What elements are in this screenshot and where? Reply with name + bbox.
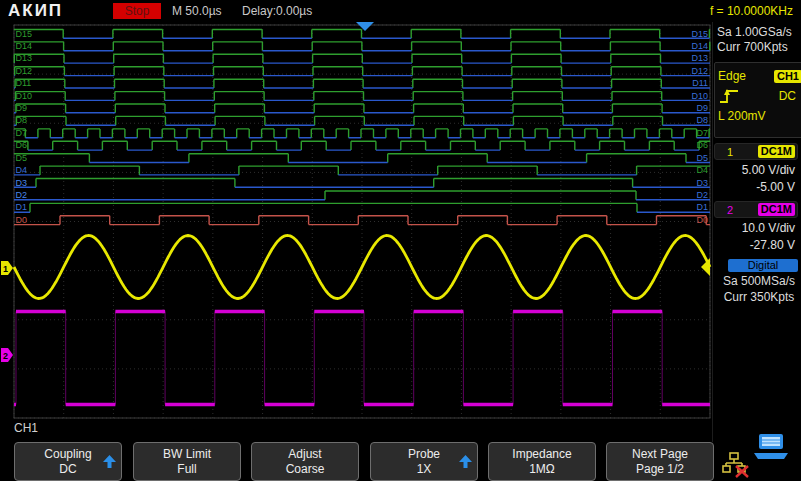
digital-label-left-D11: D11	[16, 78, 32, 88]
selector-arrow-icon	[103, 455, 116, 469]
channel2-panel[interactable]: 2 DC1M 10.0 V/div -27.80 V	[714, 201, 798, 255]
digital-label-right-D7: D7	[696, 128, 708, 138]
channel1-number: 1	[717, 146, 743, 158]
digital-trace-high-D15	[14, 30, 710, 39]
digital-memory-depth: Curr 350Kpts	[714, 290, 798, 304]
digital-trace-high-D11	[15, 79, 661, 88]
digital-trace-high-D9	[16, 104, 662, 113]
timebase-readout: M 50.0µs	[172, 4, 222, 18]
rising-edge-icon	[718, 87, 740, 105]
menu-button-title: BW Limit	[163, 447, 211, 462]
remote-pc-icon[interactable]	[748, 434, 792, 462]
digital-label-right-D13: D13	[691, 53, 708, 63]
digital-title: Digital	[728, 259, 798, 272]
ch1-position-marker-label: 1	[3, 264, 8, 274]
digital-label-right-D11: D11	[692, 78, 708, 88]
analog-sample-rate: Sa 1.00GSa/s	[717, 25, 801, 40]
trigger-level: L 200mV	[718, 109, 766, 123]
digital-label-right-D4: D4	[696, 165, 708, 175]
menu-button-title: Coupling	[44, 447, 91, 462]
digital-label-left-D6: D6	[16, 140, 28, 150]
analog-memory-depth: Curr 700Kpts	[717, 40, 801, 55]
digital-label-right-D5: D5	[696, 153, 708, 163]
channel1-panel[interactable]: 1 DC1M 5.00 V/div -5.00 V	[714, 143, 798, 197]
digital-label-left-D14: D14	[16, 41, 33, 51]
menu-button-adjust[interactable]: AdjustCoarse	[251, 442, 359, 481]
channel1-coupling-badge: DC1M	[758, 145, 795, 158]
digital-label-left-D5: D5	[16, 153, 28, 163]
digital-label-left-D4: D4	[16, 165, 28, 175]
digital-label-left-D12: D12	[16, 66, 33, 76]
digital-label-right-D15: D15	[691, 29, 708, 39]
channel2-header: 2 DC1M	[714, 201, 798, 218]
menu-button-title: Adjust	[288, 447, 321, 462]
digital-label-left-D10: D10	[16, 91, 33, 101]
digital-label-right-D6: D6	[696, 140, 708, 150]
menu-button-next-page[interactable]: Next PagePage 1/2	[606, 442, 714, 481]
menu-button-value: Coarse	[286, 462, 325, 477]
digital-label-right-D12: D12	[691, 66, 708, 76]
digital-label-left-D1: D1	[16, 202, 28, 212]
digital-label-right-D3: D3	[696, 178, 708, 188]
channel1-header: 1 DC1M	[714, 143, 798, 160]
digital-sample-rate: Sa 500MSa/s	[714, 274, 798, 288]
digital-trace-high-D5	[14, 154, 686, 163]
channel2-number: 2	[717, 204, 743, 216]
digital-label-left-D13: D13	[16, 53, 33, 63]
menu-button-value: Page 1/2	[636, 462, 684, 477]
digital-trace-high-D13	[14, 54, 660, 63]
menu-button-bw-limit[interactable]: BW LimitFull	[133, 442, 241, 481]
trigger-coupling: DC	[779, 89, 801, 103]
menu-button-value: 1X	[417, 462, 432, 477]
frequency-counter: f = 10.0000KHz	[710, 4, 793, 18]
digital-label-left-D2: D2	[16, 190, 28, 200]
trigger-mode: Edge	[718, 69, 746, 83]
digital-label-left-D9: D9	[16, 103, 28, 113]
digital-label-left-D8: D8	[16, 115, 28, 125]
digital-trace-high-D12	[15, 67, 661, 76]
channel2-coupling-badge: DC1M	[758, 203, 795, 216]
digital-label-left-D7: D7	[16, 128, 28, 138]
menu-button-title: Probe	[408, 447, 440, 462]
digital-panel[interactable]: Digital Sa 500MSa/s Curr 350Kpts	[714, 259, 798, 315]
run-state-badge[interactable]: Stop	[113, 3, 161, 19]
brand-logo: АКИП	[8, 1, 63, 21]
delay-readout: Delay:0.00µs	[242, 4, 312, 18]
menu-button-value: 1MΩ	[529, 462, 555, 477]
menu-button-coupling[interactable]: CouplingDC	[14, 442, 122, 481]
top-status-bar: АКИП Stop M 50.0µs Delay:0.00µs f = 10.0…	[0, 0, 801, 22]
digital-label-right-D2: D2	[696, 190, 708, 200]
digital-label-right-D14: D14	[691, 41, 708, 51]
digital-label-left-D15: D15	[16, 29, 33, 39]
channel1-scale: 5.00 V/div	[714, 163, 798, 177]
selector-arrow-icon	[459, 455, 472, 469]
digital-label-left-D3: D3	[16, 178, 28, 188]
right-sidebar: Sa 1.00GSa/s Curr 700Kpts Edge CH1 DC L …	[712, 22, 801, 442]
menu-button-value: DC	[59, 462, 76, 477]
menu-button-title: Impedance	[512, 447, 571, 462]
digital-label-right-D8: D8	[696, 115, 708, 125]
active-channel-label: CH1	[14, 421, 38, 435]
trigger-source-badge: CH1	[774, 70, 801, 83]
digital-label-right-D1: D1	[696, 202, 708, 212]
digital-trace-high-D2	[325, 191, 636, 200]
digital-trace-high-D14	[14, 42, 710, 51]
menu-button-title: Next Page	[632, 447, 688, 462]
acquisition-info: Sa 1.00GSa/s Curr 700Kpts	[713, 22, 801, 55]
ch2-position-marker-label: 2	[3, 351, 8, 361]
channel2-offset: -27.80 V	[714, 238, 798, 252]
digital-trace-high-D10	[16, 92, 662, 101]
waveform-display: D15D15D14D14D13D13D12D12D11D11D10D10D9D9…	[0, 0, 712, 440]
digital-label-right-D9: D9	[696, 103, 708, 113]
menu-button-impedance[interactable]: Impedance1MΩ	[488, 442, 596, 481]
digital-trace-high-D1	[30, 203, 637, 212]
digital-trace-high-D3	[36, 179, 633, 188]
digital-trace-high-D4	[40, 166, 710, 175]
digital-label-right-D0: D0	[696, 215, 708, 225]
oscilloscope-screen: D15D15D14D14D13D13D12D12D11D11D10D10D9D9…	[0, 0, 801, 481]
menu-button-probe[interactable]: Probe1X	[370, 442, 478, 481]
digital-label-left-D0: D0	[16, 215, 28, 225]
menu-button-value: Full	[177, 462, 196, 477]
trigger-panel[interactable]: Edge CH1 DC L 200mV	[714, 62, 801, 138]
channel2-scale: 10.0 V/div	[714, 221, 798, 235]
